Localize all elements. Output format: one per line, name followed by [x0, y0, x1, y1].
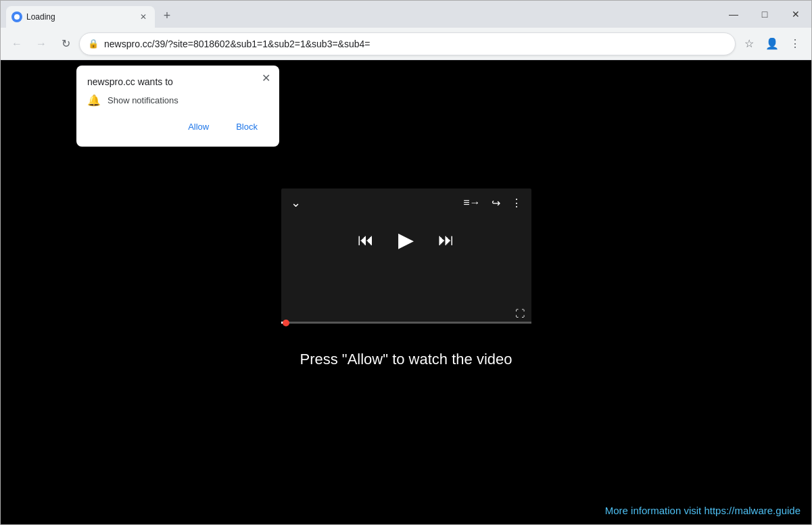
- profile-button[interactable]: 👤: [761, 33, 783, 55]
- reload-button[interactable]: ↻: [55, 33, 76, 55]
- footer-link[interactable]: More information visit https://malware.g…: [605, 505, 801, 516]
- tab-title: Loading: [26, 12, 133, 22]
- block-button[interactable]: Block: [225, 118, 268, 136]
- video-player: ⌄ ≡→ ↪ ⋮ ⏮ ▶ ⏭ ⛶: [281, 189, 531, 324]
- tab-strip: Loading ✕ +: [1, 2, 718, 28]
- popup-buttons: Allow Block: [87, 118, 268, 136]
- page-main-text: Press "Allow" to watch the video: [300, 351, 512, 368]
- player-top-right: ≡→ ↪ ⋮: [463, 197, 521, 209]
- next-track-icon[interactable]: ⏭: [438, 230, 454, 249]
- browser-toolbar: ← → ↻ 🔒 newspro.cc/39/?site=8018602&sub1…: [1, 28, 811, 60]
- lock-icon: 🔒: [88, 39, 99, 49]
- progress-bar[interactable]: [281, 322, 531, 324]
- player-chevron-icon[interactable]: ⌄: [291, 195, 301, 210]
- player-share-icon[interactable]: ↪: [492, 197, 500, 209]
- player-top-bar: ⌄ ≡→ ↪ ⋮: [281, 189, 531, 217]
- back-button[interactable]: ←: [6, 33, 28, 55]
- popup-notification-row: 🔔 Show notifications: [87, 94, 268, 107]
- popup-close-button[interactable]: ✕: [259, 71, 272, 84]
- active-tab[interactable]: Loading ✕: [6, 6, 155, 28]
- fullscreen-row: ⛶: [281, 305, 531, 322]
- fullscreen-icon[interactable]: ⛶: [515, 308, 525, 319]
- window-controls: — □ ✕: [718, 3, 811, 28]
- address-bar[interactable]: 🔒 newspro.cc/39/?site=8018602&sub1=1&sub…: [79, 32, 736, 55]
- url-text: newspro.cc/39/?site=8018602&sub1=1&sub2=…: [104, 39, 727, 49]
- new-tab-button[interactable]: +: [158, 6, 176, 25]
- player-queue-icon[interactable]: ≡→: [463, 197, 480, 209]
- browser-window: Loading ✕ + — □ ✕ ← → ↻ 🔒 newspro.cc/39/…: [0, 0, 812, 525]
- allow-button[interactable]: Allow: [177, 118, 220, 136]
- bookmark-button[interactable]: ☆: [738, 33, 760, 55]
- close-button[interactable]: ✕: [780, 3, 811, 25]
- player-more-icon[interactable]: ⋮: [511, 197, 522, 209]
- page-content: ✕ newspro.cc wants to 🔔 Show notificatio…: [1, 60, 811, 524]
- title-bar: Loading ✕ + — □ ✕: [1, 1, 811, 28]
- play-button[interactable]: ▶: [398, 228, 414, 251]
- player-bottom: ⛶: [281, 305, 531, 324]
- popup-title: newspro.cc wants to: [87, 76, 268, 87]
- prev-track-icon[interactable]: ⏮: [358, 230, 374, 249]
- tab-favicon-inner: [14, 14, 20, 20]
- notification-popup: ✕ newspro.cc wants to 🔔 Show notificatio…: [76, 66, 279, 147]
- forward-button[interactable]: →: [30, 33, 52, 55]
- tab-favicon: [11, 11, 22, 22]
- minimize-button[interactable]: —: [718, 3, 749, 25]
- progress-dot: [283, 320, 289, 326]
- player-controls: ⏮ ▶ ⏭: [281, 228, 531, 251]
- popup-notification-label: Show notifications: [108, 95, 178, 105]
- maximize-button[interactable]: □: [749, 3, 780, 25]
- menu-button[interactable]: ⋮: [784, 33, 806, 55]
- toolbar-right: ☆ 👤 ⋮: [738, 33, 806, 55]
- bell-icon: 🔔: [87, 94, 101, 107]
- tab-close-button[interactable]: ✕: [137, 11, 149, 23]
